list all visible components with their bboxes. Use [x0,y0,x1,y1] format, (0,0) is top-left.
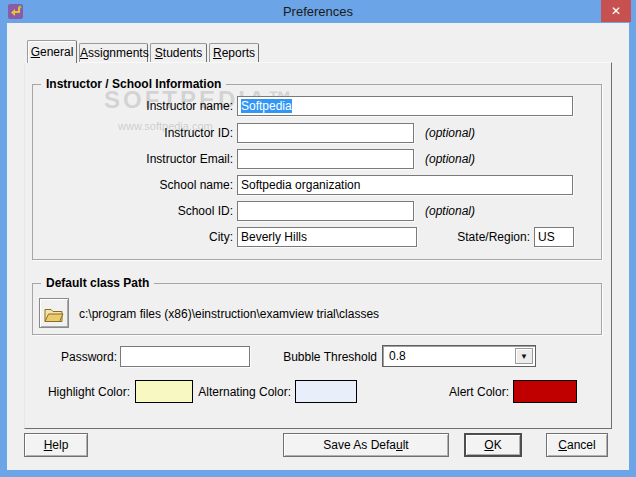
instructor-id-field[interactable] [237,123,414,143]
close-button[interactable]: ✕ [601,0,631,22]
ok-button[interactable]: OK [464,433,522,457]
default-class-path-value: c:\program files (x86)\einstruction\exam… [79,307,379,321]
instructor-school-group: Instructor / School Information Instruct… [32,84,602,260]
school-name-field[interactable] [237,175,573,195]
city-field[interactable] [237,227,417,247]
instructor-name-label: Instructor name: [33,98,233,114]
titlebar[interactable]: Preferences ✕ [0,0,636,23]
school-id-optional-note: (optional) [425,204,475,218]
browse-folder-button[interactable] [39,298,69,328]
school-name-label: School name: [33,177,233,193]
tab-students[interactable]: Students [150,43,207,62]
state-region-field[interactable] [534,227,574,247]
instructor-name-value: Softpedia [241,99,292,113]
tab-assignments[interactable]: Assignments [79,43,148,62]
password-field[interactable] [120,346,250,367]
bubble-threshold-select[interactable]: 0.8 ▼ [382,345,536,367]
tab-general[interactable]: General [27,40,77,63]
instructor-email-label: Instructor Email: [33,151,233,167]
instructor-id-optional-note: (optional) [425,126,475,140]
instructor-email-optional-note: (optional) [425,152,475,166]
window-title: Preferences [0,0,636,23]
highlight-color-label: Highlight Color: [40,384,130,400]
tab-reports[interactable]: Reports [209,43,259,62]
instructor-email-field[interactable] [237,149,414,169]
path-group-title: Default class Path [41,276,154,290]
alternating-color-swatch[interactable] [295,380,357,403]
preferences-window: Preferences ✕ General Assignments Studen… [0,0,636,477]
school-id-field[interactable] [237,201,414,221]
instructor-group-title: Instructor / School Information [41,77,226,91]
city-label: City: [33,229,233,245]
alert-color-swatch[interactable] [513,380,577,403]
save-as-default-button[interactable]: Save As Default [283,433,449,457]
highlight-color-swatch[interactable] [135,380,193,403]
default-class-path-group: Default class Path c:\program files (x86… [32,283,602,335]
bubble-threshold-label: Bubble Threshold [250,349,377,365]
instructor-name-field[interactable]: Softpedia [237,96,573,116]
school-id-label: School ID: [33,203,233,219]
password-label: Password: [27,349,117,365]
cancel-button[interactable]: Cancel [546,433,608,457]
open-folder-icon [44,307,64,323]
help-button[interactable]: Help [24,433,88,457]
chevron-down-icon[interactable]: ▼ [515,348,533,364]
bubble-threshold-value: 0.8 [389,349,406,363]
instructor-id-label: Instructor ID: [33,125,233,141]
state-region-label: State/Region: [430,229,530,245]
alert-color-label: Alert Color: [420,384,509,400]
close-icon: ✕ [611,4,621,18]
alternating-color-label: Alternating Color: [190,384,291,400]
